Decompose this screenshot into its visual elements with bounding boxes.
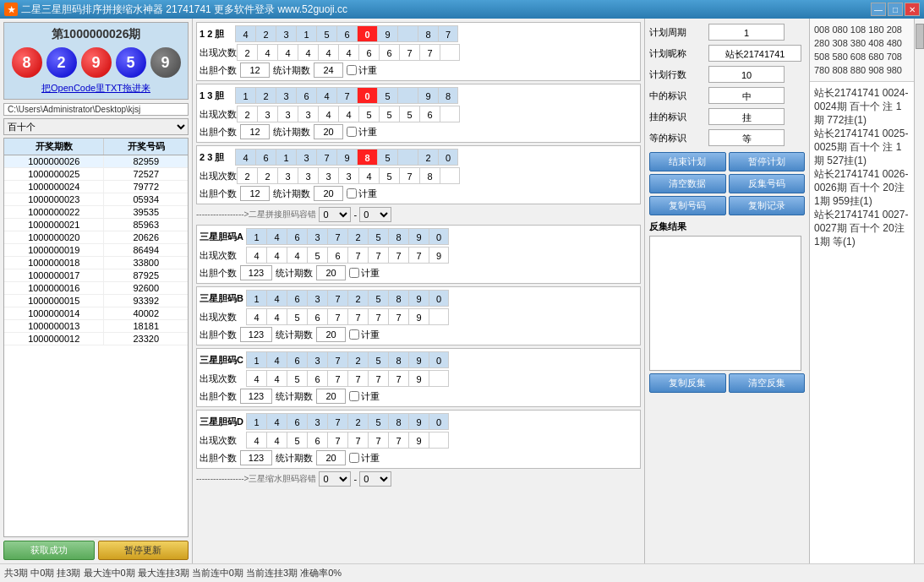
close-button[interactable]: ✕	[905, 3, 920, 16]
wait-label: 等的标识	[649, 132, 708, 144]
hang-value: 挂	[708, 108, 785, 125]
sA-count-input[interactable]	[240, 265, 272, 280]
list-row: 1000000012 23320	[4, 333, 188, 345]
sA-label: 三星胆码A	[200, 231, 246, 243]
sC-label: 三星胆码C	[200, 354, 246, 367]
log-area[interactable]: 站长21741741 0024-0024期 百十个 注 1期 772挂(1) 站…	[810, 82, 914, 563]
list-row: 1000000017 87925	[4, 269, 188, 282]
s13-count-input[interactable]	[240, 124, 270, 139]
counter1-left[interactable]: 0	[319, 207, 351, 222]
s13-stat-input[interactable]	[314, 124, 343, 139]
sD-stat-input[interactable]	[316, 450, 346, 465]
history-list[interactable]: 1000000026 82959 1000000025 72527 100000…	[3, 155, 189, 537]
s12-check-label: 计重	[347, 64, 377, 77]
copy-anticollect-button[interactable]: 复制反集	[649, 373, 726, 393]
lines-label: 计划行数	[649, 68, 708, 81]
s23-count-input[interactable]	[240, 186, 270, 201]
log-line-1: 站长21741741 0024-0024期 百十个 注 1期 772挂(1)	[814, 86, 910, 127]
s23-check-label: 计重	[347, 188, 377, 200]
clear-anticollect-button[interactable]: 清空反集	[729, 373, 806, 393]
sA-stat-input[interactable]	[316, 265, 346, 280]
info-text: 008 080 108 180 208 280 308 380 408 480 …	[814, 23, 910, 77]
counter2-sep: -	[353, 474, 357, 484]
sD-count-input[interactable]	[240, 450, 272, 465]
sA-checkbox[interactable]	[349, 268, 359, 278]
col-header-period: 开奖期数	[4, 139, 104, 155]
pause-update-button[interactable]: 暂停更新	[98, 541, 189, 560]
ball-3: 5	[116, 47, 146, 78]
result-area[interactable]	[649, 236, 801, 371]
s23-stat-label: 统计期数	[273, 188, 310, 200]
s12-stat-label: 统计期数	[273, 64, 310, 77]
s12-count-input[interactable]	[240, 63, 270, 78]
sC-check-label: 计重	[349, 390, 380, 403]
s23-count-label: 出胆个数	[200, 188, 237, 200]
ball-1: 2	[46, 47, 77, 78]
s13-stat-label: 统计期数	[273, 126, 310, 139]
list-row: 1000000015 93392	[4, 295, 188, 307]
path-display: C:\Users\Administrator\Desktop\kjsj	[3, 103, 189, 116]
sC-checkbox[interactable]	[349, 391, 359, 401]
sD-check-label: 计重	[349, 452, 380, 465]
scrollbar-thumb	[916, 24, 924, 49]
drag-hint[interactable]: 把OpenCode里TXT拖进来	[8, 82, 183, 95]
s12-label: 1 2 胆	[200, 28, 235, 41]
s13-check-label: 计重	[347, 126, 377, 139]
ball-4: 9	[150, 47, 181, 78]
counter2-left[interactable]: 0	[319, 471, 351, 487]
fetch-button[interactable]: 获取成功	[3, 541, 95, 560]
counter2-right[interactable]: 0	[359, 471, 391, 487]
s12-checkbox[interactable]	[347, 65, 357, 75]
sD-appear-label: 出现次数	[200, 434, 246, 447]
copy-record-button[interactable]: 复制记录	[729, 196, 806, 215]
list-row: 1000000026 82959	[4, 155, 188, 168]
list-row: 1000000014 40002	[4, 307, 188, 320]
counter1-sep: -	[353, 209, 357, 220]
sA-count-label: 出胆个数	[200, 267, 237, 280]
clear-data-button[interactable]: 清空数据	[649, 174, 726, 193]
s23-stat-input[interactable]	[314, 186, 343, 201]
ball-0: 8	[12, 47, 42, 78]
list-row: 1000000020 20626	[4, 231, 188, 244]
maximize-button[interactable]: □	[888, 3, 903, 16]
sC-stat-input[interactable]	[316, 389, 346, 404]
name-label: 计划昵称	[649, 47, 708, 60]
list-row: 1000000025 72527	[4, 168, 188, 181]
lines-value: 10	[708, 66, 785, 83]
list-row: 1000000023 05934	[4, 193, 188, 206]
balls-container: 8 2 9 5 9	[8, 47, 183, 78]
period-title: 第1000000026期	[8, 27, 183, 42]
sB-stat-input[interactable]	[316, 327, 346, 342]
sB-count-input[interactable]	[240, 327, 272, 342]
sA-stat-label: 统计期数	[276, 267, 313, 280]
s13-label: 1 3 胆	[200, 90, 235, 102]
sC-count-input[interactable]	[240, 389, 272, 404]
log-line-3: 站长21741741 0026-0026期 百十个 20注 1期 959挂(1)	[814, 167, 910, 208]
sD-checkbox[interactable]	[349, 453, 359, 463]
s23-appear-label: 出现次数	[200, 170, 237, 182]
log-line-2: 站长21741741 0025-0025期 百十个 注 1期 527挂(1)	[814, 127, 910, 167]
s12-stat-input[interactable]	[314, 63, 343, 78]
end-plan-button[interactable]: 结束计划	[649, 152, 726, 171]
s13-checkbox[interactable]	[347, 127, 357, 137]
anti-collect-button[interactable]: 反集号码	[729, 174, 806, 193]
sB-appear-label: 出现次数	[200, 311, 246, 324]
s13-count-label: 出胆个数	[200, 126, 237, 139]
sB-check-label: 计重	[349, 329, 380, 341]
copy-number-button[interactable]: 复制号码	[649, 196, 726, 215]
sB-stat-label: 统计期数	[276, 329, 313, 341]
app-icon: ★	[4, 3, 18, 16]
pause-plan-button[interactable]: 暂停计划	[729, 152, 806, 171]
s23-checkbox[interactable]	[347, 188, 357, 199]
result-label: 反集结果	[649, 220, 805, 233]
status-text: 共3期 中0期 挂3期 最大连中0期 最大连挂3期 当前连中0期 当前连挂3期 …	[4, 567, 342, 579]
list-row: 1000000013 18181	[4, 320, 188, 333]
ball-2: 9	[81, 47, 112, 78]
minimize-button[interactable]: —	[871, 3, 886, 16]
sep1-text: ----------------->二星拼接胆码容错	[196, 209, 316, 220]
sB-checkbox[interactable]	[349, 329, 359, 340]
position-dropdown[interactable]: 百十个	[3, 118, 189, 135]
list-row: 1000000018 33800	[4, 257, 188, 269]
right-scrollbar[interactable]	[914, 19, 924, 563]
counter1-right[interactable]: 0	[359, 207, 391, 222]
